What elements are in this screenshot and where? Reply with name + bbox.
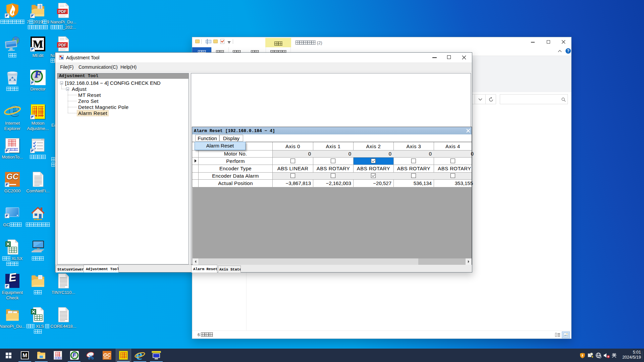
svg-text:PDF: PDF <box>58 9 66 14</box>
svg-text:PDF: PDF <box>58 43 66 48</box>
